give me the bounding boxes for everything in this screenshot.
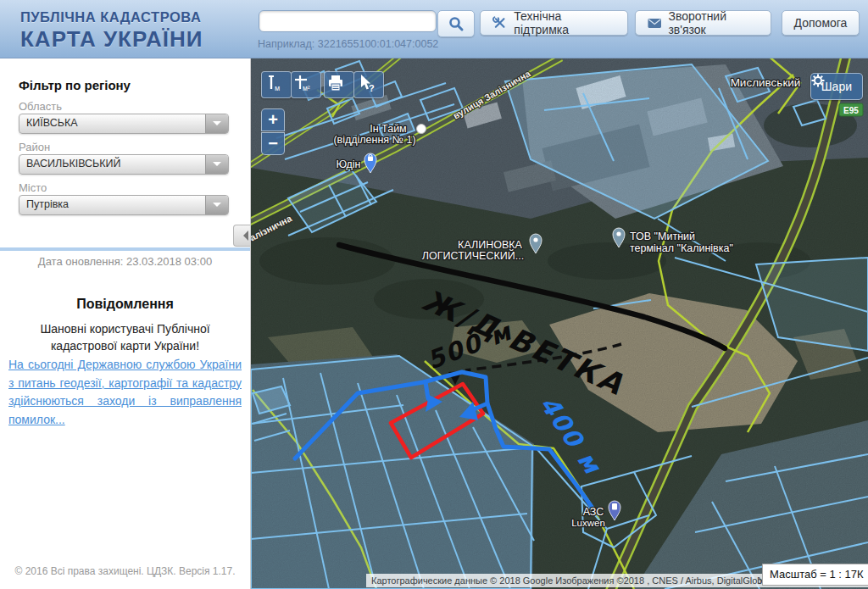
search-button[interactable]	[437, 10, 475, 37]
measure-length-icon: м	[262, 72, 284, 94]
message-title: Повідомлення	[0, 297, 250, 312]
layers-label: Шари	[821, 80, 852, 93]
zoom-control: + −	[261, 108, 285, 155]
svg-text:?: ?	[369, 83, 375, 93]
oblast-value: КИЇВСЬКА	[26, 117, 78, 129]
search-hint: Наприклад: 3221655100:01:047:0052	[258, 38, 438, 50]
label-terminal-1: ТОВ "Митний	[630, 231, 695, 242]
measure-area-button[interactable]: м²	[291, 71, 321, 98]
road-badge-e95: Е95	[839, 103, 863, 116]
sidebar-collapse-button[interactable]	[233, 225, 250, 247]
label-myslyvskyi: Мисливський	[731, 76, 801, 89]
message-greeting: Шановні користувачі Публічної кадастрово…	[20, 320, 230, 355]
label-azs: АЗС	[583, 506, 604, 518]
dropdown-arrow-icon[interactable]	[205, 114, 228, 133]
logo-line2: КАРТА УКРАЇНИ	[20, 26, 203, 53]
poi-circle-intime-icon	[417, 125, 426, 134]
label-terminal-2: термінал "Калинівка"	[630, 242, 733, 254]
gear-icon	[811, 74, 825, 87]
scale-indicator: Масштаб = 1 : 17К	[762, 564, 868, 586]
misto-value: Путрівка	[26, 198, 69, 210]
map-help-button[interactable]: ?	[353, 71, 384, 98]
copyright: © 2016 Всі права захищені. ЦДЗК. Версія …	[0, 565, 250, 577]
search-input[interactable]	[259, 10, 437, 32]
label-intime-1: Ін Тайм	[370, 123, 406, 135]
misto-select[interactable]: Путрівка	[19, 195, 229, 215]
dropdown-arrow-icon[interactable]	[205, 155, 228, 174]
misto-label: Місто	[19, 181, 47, 194]
oblast-select[interactable]: КИЇВСЬКА	[19, 114, 229, 134]
zoom-out-button[interactable]: −	[261, 132, 285, 155]
tech-support-label: Технічна підтримка	[514, 9, 615, 36]
app-logo: ПУБЛІЧНА КАДАСТРОВА КАРТА УКРАЇНИ	[20, 9, 203, 53]
svg-text:м²: м²	[303, 84, 310, 92]
sidebar-divider	[0, 247, 250, 251]
label-intime-2: (відділення № 1)	[333, 134, 415, 146]
label-yudin: Юдін	[336, 158, 360, 170]
oblast-label: Область	[19, 100, 62, 113]
feedback-label: Зворотний зв'язок	[668, 9, 759, 36]
layers-button[interactable]: Шари	[810, 73, 863, 100]
message-link[interactable]: На сьогодні Державною службою України з …	[8, 356, 242, 430]
measure-length-button[interactable]: м	[261, 71, 292, 98]
label-azs-brand: Luxwen	[571, 518, 605, 528]
measure-area-icon: м²	[292, 72, 314, 94]
attribution-text: Картографические данные © 2018 Google Из…	[371, 575, 768, 586]
logo-line1: ПУБЛІЧНА КАДАСТРОВА	[20, 9, 203, 25]
sidebar: Фільтр по регіону Область КИЇВСЬКА Район…	[0, 58, 251, 589]
help-label: Допомога	[794, 16, 848, 30]
print-icon	[325, 72, 347, 94]
print-button[interactable]	[324, 71, 354, 98]
envelope-icon	[648, 18, 661, 29]
raion-select[interactable]: ВАСИЛЬКІВСЬКИЙ	[19, 154, 229, 175]
dropdown-arrow-icon[interactable]	[205, 196, 228, 214]
header: ПУБЛІЧНА КАДАСТРОВА КАРТА УКРАЇНИ Наприк…	[0, 0, 868, 58]
help-cursor-icon: ?	[354, 72, 376, 94]
search-icon	[448, 15, 465, 32]
label-kalynovka-1: КАЛИНОВКА	[458, 239, 522, 251]
update-date: Дата оновлення: 23.03.2018 03:00	[0, 255, 250, 268]
feedback-button[interactable]: Зворотний зв'язок	[635, 10, 771, 36]
filter-title: Фільтр по регіону	[19, 78, 131, 92]
map-canvas[interactable]: Ж/Д ВЕТКА 500 м 400 м	[251, 58, 868, 589]
road-badge-text: Е95	[843, 106, 859, 115]
label-kalynovka-2: ЛОГИСТИЧЕСКИЙ...	[422, 249, 524, 262]
help-button[interactable]: Допомога	[782, 10, 860, 36]
zoom-in-button[interactable]: +	[261, 108, 285, 131]
raion-label: Район	[19, 141, 50, 153]
tools-icon	[492, 15, 507, 31]
tech-support-button[interactable]: Технічна підтримка	[480, 10, 628, 36]
svg-text:м: м	[275, 84, 280, 92]
raion-value: ВАСИЛЬКІВСЬКИЙ	[26, 158, 121, 169]
map-container: Ж/Д ВЕТКА 500 м 400 м	[251, 58, 868, 589]
